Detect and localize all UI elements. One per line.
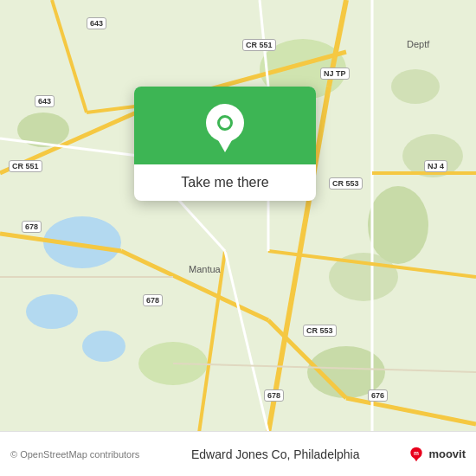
svg-point-1 (43, 216, 121, 268)
road-badge-cr551b: CR 551 (9, 160, 42, 172)
map-roads (0, 0, 476, 476)
map-attribution: © OpenStreetMap contributors (10, 449, 143, 460)
map-label-deptf: Deptf (407, 39, 429, 49)
moovit-text: moovit (428, 447, 466, 460)
svg-line-23 (225, 251, 268, 433)
svg-text:m: m (414, 449, 419, 455)
svg-rect-0 (0, 0, 476, 433)
road-badge-nj4: NJ 4 (424, 160, 447, 172)
road-badge-643b: 643 (35, 95, 55, 107)
svg-line-26 (173, 363, 476, 372)
pin-inner (217, 115, 233, 131)
svg-line-21 (0, 138, 138, 156)
popup-header (134, 87, 316, 164)
svg-line-29 (52, 0, 87, 113)
pin-circle (206, 104, 244, 142)
place-name: Edward Jones Co, Philadelphia (143, 447, 408, 461)
svg-point-9 (17, 113, 69, 147)
svg-point-3 (82, 331, 125, 362)
popup-card: Take me there (134, 87, 316, 201)
pin-tail (218, 140, 232, 152)
svg-point-10 (138, 342, 208, 385)
svg-line-16 (0, 234, 121, 251)
road-badge-cr551a: CR 551 (242, 39, 276, 51)
moovit-logo: m moovit (408, 446, 466, 463)
road-badge-643a: 643 (87, 17, 106, 29)
svg-line-27 (268, 251, 476, 277)
svg-line-19 (346, 398, 476, 424)
svg-point-8 (368, 186, 428, 264)
svg-point-2 (26, 294, 78, 329)
road-badge-676: 676 (368, 389, 388, 402)
take-me-there-button[interactable]: Take me there (134, 164, 316, 201)
svg-marker-34 (413, 455, 420, 461)
bottom-bar: © OpenStreetMap contributors Edward Jone… (0, 431, 476, 476)
map-label-mantua: Mantua (189, 264, 221, 274)
road-badge-678c: 678 (264, 389, 284, 402)
svg-point-6 (391, 69, 440, 104)
location-pin (206, 104, 244, 147)
road-badge-njtp: NJ TP (320, 68, 350, 80)
road-badge-678b: 678 (143, 294, 163, 306)
moovit-icon: m (408, 446, 425, 463)
svg-line-17 (121, 251, 268, 320)
road-badge-cr553a: CR 553 (329, 177, 363, 190)
road-badge-cr553b: CR 553 (303, 325, 337, 337)
svg-line-20 (199, 251, 225, 433)
map: 643 643 CR 551 CR 551 CR 553 CR 553 678 … (0, 0, 476, 476)
road-badge-678a: 678 (22, 221, 42, 233)
svg-point-4 (329, 253, 398, 301)
